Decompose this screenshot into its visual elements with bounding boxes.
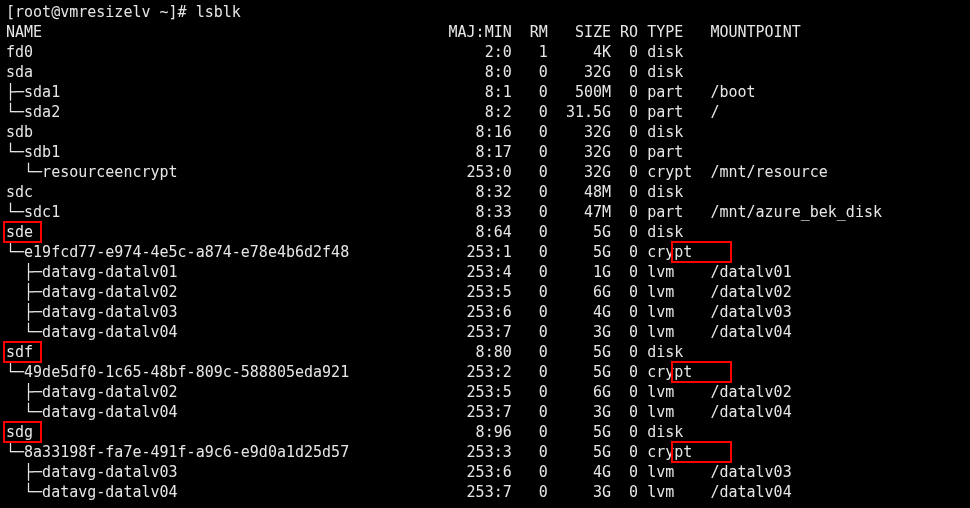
shell-prompt: [root@vmresizelv ~]# [6,3,196,21]
highlight-box [3,341,42,363]
terminal-output: [root@vmresizelv ~]# lsblk NAME MAJ:MIN … [0,0,970,502]
highlight-box [671,361,731,383]
highlight-box [3,221,42,243]
command-text: lsblk [196,3,241,21]
highlight-box [3,421,42,443]
highlight-box [671,241,731,263]
highlight-box [671,441,731,463]
